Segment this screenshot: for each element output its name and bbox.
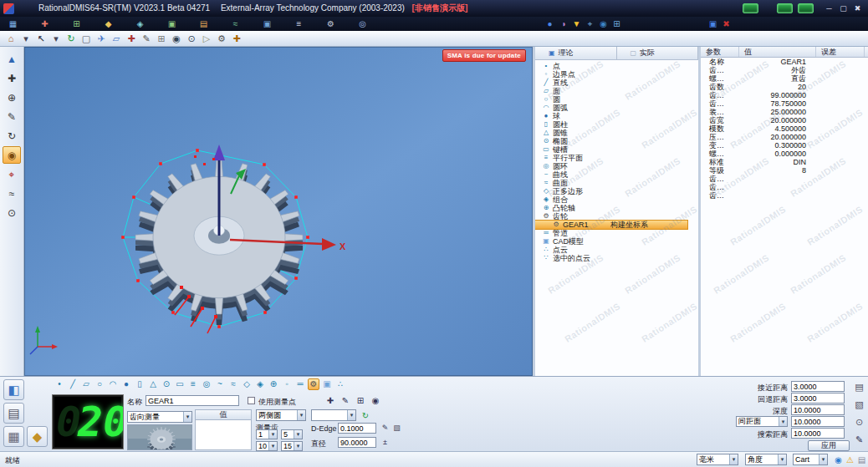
print-icon[interactable]: ▤ (853, 381, 865, 393)
target-icon[interactable]: ⊙ (3, 204, 21, 221)
probe-select[interactable]: ▾ (311, 409, 356, 421)
drawer-icon[interactable]: ▦ (3, 426, 24, 447)
sensor-icon[interactable]: ⊕ (3, 89, 21, 106)
distance-input[interactable] (791, 393, 845, 404)
param-col-header[interactable]: 误差 (816, 47, 865, 57)
param-row[interactable]: 装…25.000000 (701, 108, 868, 116)
camshaft-icon[interactable]: ⊕ (268, 378, 279, 390)
param-row[interactable]: 变…0.300000 (701, 141, 868, 150)
machine-icon[interactable]: ▦ (7, 18, 19, 30)
feature-icon[interactable]: ◆ (102, 18, 115, 30)
circle-icon[interactable]: ○ (94, 378, 105, 390)
coordinate-select[interactable]: Cart▾ (793, 454, 828, 465)
pin-icon[interactable]: ⌖ (584, 18, 596, 30)
tree-item[interactable]: ◦边界点 (535, 70, 698, 79)
tools-icon[interactable]: ⚙ (324, 18, 337, 30)
tree-item[interactable]: ∵选中的点云 (535, 254, 698, 262)
param-row[interactable]: 螺…直齿 (701, 74, 868, 83)
curve-icon[interactable]: ~ (214, 378, 226, 390)
param-row[interactable]: 压…20.000000 (701, 133, 868, 141)
param-row[interactable]: 名称GEAR1 (701, 58, 868, 66)
pencil-icon[interactable]: ✎ (140, 32, 153, 45)
ruler-icon[interactable]: ⊞ (155, 32, 168, 45)
tree-item[interactable]: ═管道 (535, 229, 698, 237)
tooth-spinner[interactable]: 15▾ (281, 441, 303, 451)
scan-icon[interactable]: ≈ (3, 185, 21, 202)
gear-preview-thumbnail[interactable] (127, 424, 192, 450)
grid-icon[interactable]: ⊞ (610, 18, 623, 30)
point-icon[interactable]: • (54, 378, 65, 390)
model-icon[interactable]: ● (544, 18, 556, 30)
tree-item[interactable]: ~曲线 (535, 170, 698, 179)
distance-input[interactable] (791, 381, 845, 392)
viewport-3d[interactable]: X SMA is due for update (24, 47, 533, 376)
polygon-icon[interactable]: ◇ (241, 378, 253, 390)
use-measure-points-checkbox[interactable] (248, 397, 255, 404)
stylus-icon[interactable]: ✎ (3, 108, 21, 125)
log-icon[interactable]: ▤ (856, 454, 867, 465)
close-icon[interactable]: ✖ (720, 18, 733, 30)
maximize-icon[interactable]: ▢ (836, 3, 850, 14)
camera-icon[interactable]: ◉ (170, 32, 183, 45)
drop-arrow-icon[interactable]: ▾ (19, 32, 33, 45)
param-row[interactable]: 齿… (701, 183, 868, 191)
param-row[interactable]: 标准DIN (701, 158, 868, 166)
tree-item[interactable]: ∴点云 (535, 246, 698, 254)
tag-icon[interactable]: ▷ (200, 32, 213, 45)
tree-item[interactable]: ◠圆弧 (535, 104, 698, 112)
param-col-header[interactable]: 值 (739, 47, 816, 57)
arc-icon[interactable]: ◠ (107, 378, 119, 390)
tree-item[interactable]: ▱面 (535, 87, 698, 95)
warning-icon[interactable]: ⚠ (845, 454, 855, 465)
vector-icon[interactable]: ✚ (324, 395, 336, 407)
dedge-input[interactable] (338, 423, 376, 434)
magnifier-icon[interactable]: ⊙ (185, 32, 198, 45)
graph-icon[interactable]: ≈ (229, 18, 242, 30)
hand-icon[interactable]: ✚ (230, 32, 243, 45)
close-win-icon[interactable]: ✖ (850, 3, 865, 14)
unit-select[interactable]: 毫米▾ (697, 454, 738, 465)
calibrate-icon[interactable]: ◆ (27, 426, 48, 447)
refresh-icon[interactable]: ↻ (64, 32, 78, 45)
distance-input[interactable] (791, 404, 845, 415)
name-input[interactable] (146, 395, 239, 406)
notify-icon[interactable]: ◉ (833, 454, 844, 465)
program-icon[interactable]: ≡ (293, 18, 305, 30)
cylinder-icon[interactable]: ▯ (134, 378, 146, 390)
surface-icon[interactable]: ≈ (227, 378, 239, 390)
home-icon[interactable]: ⌂ (4, 32, 18, 45)
refresh-icon[interactable]: ↻ (360, 410, 371, 422)
pipe-icon[interactable]: ═ (294, 378, 306, 390)
machine-status-icon[interactable] (743, 3, 758, 13)
gear-icon[interactable]: ⚙ (308, 378, 319, 390)
tree-item[interactable]: ≡平行平面 (535, 154, 698, 162)
filter-icon[interactable]: ▼ (570, 18, 583, 30)
distance-input[interactable] (791, 428, 845, 439)
param-row[interactable]: 齿…99.000000 (701, 91, 868, 99)
export-icon[interactable]: ▧ (391, 423, 402, 434)
param-row[interactable]: 齿… (701, 191, 868, 200)
line-icon[interactable]: ╱ (67, 378, 79, 390)
tree-item[interactable]: ≈曲面 (535, 179, 698, 187)
param-col-header[interactable]: 参数 (701, 47, 739, 57)
edit-icon[interactable]: ✎ (853, 434, 865, 446)
param-row[interactable]: 齿…78.750000 (701, 99, 868, 108)
report-icon[interactable]: ▤ (197, 18, 210, 30)
select-cursor-icon[interactable]: ↖ (34, 32, 48, 45)
view-cube-icon[interactable]: ◧ (3, 379, 24, 400)
tree-item[interactable]: •点 (535, 62, 698, 70)
point-cloud-icon[interactable]: ∴ (334, 378, 346, 390)
tree-item[interactable]: ⊕凸轮轴 (535, 204, 698, 212)
param-row[interactable]: 齿…外齿 (701, 66, 868, 74)
tree-item[interactable]: ◎圆环 (535, 162, 698, 170)
probe-icon[interactable]: ✚ (38, 18, 51, 30)
coordinate-icon[interactable]: ⊞ (70, 18, 83, 30)
marquee-icon[interactable]: ▢ (79, 32, 93, 45)
value-list[interactable] (195, 420, 252, 450)
edit-icon[interactable]: ✎ (340, 395, 351, 407)
angle-select[interactable]: 角度▾ (745, 454, 787, 465)
slot-icon[interactable]: ▭ (174, 378, 186, 390)
tolerance-icon[interactable]: ± (380, 437, 391, 448)
combine-icon[interactable]: ◈ (254, 378, 266, 390)
probe-tool-icon[interactable]: ✚ (125, 32, 138, 45)
